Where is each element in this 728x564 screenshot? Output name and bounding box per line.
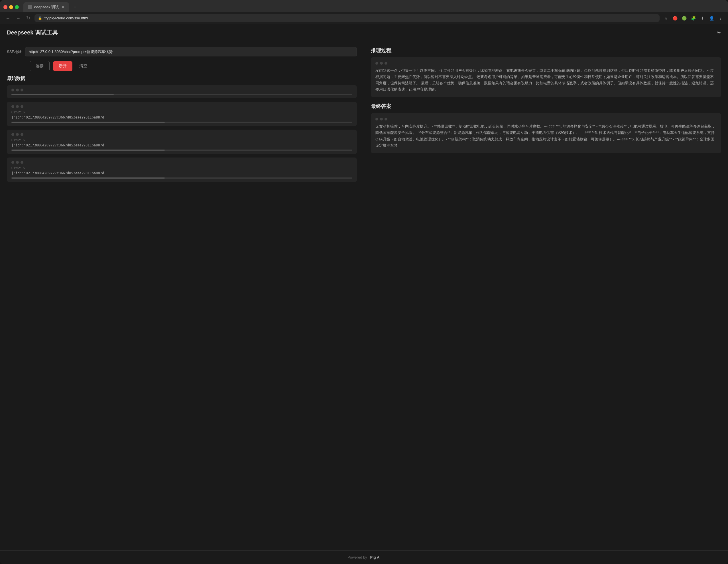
dot-3 — [21, 89, 23, 91]
dot-2 — [16, 161, 19, 164]
dot-3 — [21, 133, 23, 136]
answer-section: 最终答案 无友动机噪首，车内安静度提升。 - **能量回收**：制动时回收电能，… — [371, 103, 721, 153]
profile-icon[interactable]: 👤 — [709, 15, 714, 21]
dot-2 — [16, 89, 19, 91]
timestamp-4: 01:52:16 — [11, 166, 352, 170]
timestamp-3: 01:52:16 — [11, 138, 352, 142]
footer-powered-text: Powered by — [347, 555, 367, 559]
security-icon: 🔒 — [38, 16, 42, 20]
reasoning-section: 推理过程 发想到这一点，但提一下可以更主固。 个过可能用户会有疑问，比如电池寿命… — [371, 47, 721, 97]
reasoning-title: 推理过程 — [371, 47, 721, 54]
extensions-icon[interactable]: 🧩 — [690, 15, 696, 21]
tab-close-button[interactable]: ✕ — [62, 5, 64, 9]
tab-favicon — [28, 5, 32, 9]
dot-a1 — [375, 118, 378, 121]
raw-data-title: 原始数据 — [7, 76, 357, 82]
timestamp-2: 01:52:16 — [11, 110, 352, 114]
data-card-4: 01:52:16 {"id":"021738864289727c3667d853… — [7, 158, 357, 182]
card-progress-4 — [11, 178, 352, 179]
reasoning-text: 发想到这一点，但提一下可以更主固。 个过可能用户会有疑问，比如电池寿命、充电设施… — [375, 68, 717, 93]
new-tab-button[interactable]: + — [71, 3, 79, 11]
dot-3 — [21, 161, 23, 164]
footer-brand: Pig AI — [370, 555, 381, 559]
dot-1 — [11, 89, 14, 91]
dot-r3 — [385, 62, 387, 65]
forward-button[interactable]: → — [15, 15, 22, 22]
card-content-2: {"id":"021738864289727c3667d853eae29011b… — [11, 115, 352, 119]
card-progress-3 — [11, 150, 352, 151]
address-bar[interactable]: 🔒 try.pig4cloud.com/sse.html — [34, 14, 660, 22]
extension-icon-1[interactable]: 🔴 — [672, 15, 678, 21]
browser-tab[interactable]: deepseek 调试 ✕ — [23, 2, 69, 12]
dot-3 — [21, 105, 23, 108]
download-icon[interactable]: ⬇ — [699, 15, 705, 21]
clear-button[interactable]: 清空 — [76, 61, 91, 71]
window-minimize-button[interactable] — [9, 5, 13, 9]
data-card-1 — [7, 85, 357, 98]
dot-1 — [11, 133, 14, 136]
answer-text: 无友动机噪首，车内安静度提升。 - **能量回收**：制动时回收电能，延长续航，… — [375, 123, 717, 148]
card-content-3: {"id":"021738864289727c3667d853eae29011b… — [11, 143, 352, 147]
menu-icon[interactable]: ⋮ — [718, 15, 723, 21]
url-text: try.pig4cloud.com/sse.html — [44, 16, 88, 20]
data-card-3: 01:52:16 {"id":"021738864289727c3667d853… — [7, 130, 357, 154]
disconnect-button[interactable]: 断开 — [53, 61, 72, 71]
footer: Powered by Pig AI — [0, 550, 728, 564]
sse-label: SSE地址 — [7, 49, 22, 54]
card-progress-1 — [11, 94, 352, 95]
bookmark-icon[interactable]: ☆ — [663, 15, 669, 21]
connect-button[interactable]: 连接 — [30, 61, 50, 71]
card-content-4: {"id":"021738864289727c3667d853eae29011b… — [11, 171, 352, 175]
raw-data-section: 原始数据 — [7, 76, 357, 182]
theme-toggle-button[interactable]: ☀ — [717, 30, 721, 36]
window-maximize-button[interactable] — [15, 5, 19, 9]
card-progress-2 — [11, 122, 352, 123]
answer-title: 最终答案 — [371, 103, 721, 110]
app-title: Deepseek 调试工具 — [7, 29, 58, 36]
dot-a2 — [380, 118, 383, 121]
dot-2 — [16, 105, 19, 108]
sse-input[interactable] — [25, 47, 357, 56]
right-panel: 推理过程 发想到这一点，但提一下可以更主固。 个过可能用户会有疑问，比如电池寿命… — [364, 41, 728, 550]
window-close-button[interactable] — [3, 5, 7, 9]
extension-icon-2[interactable]: 🟢 — [681, 15, 687, 21]
dot-r1 — [375, 62, 378, 65]
left-panel: SSE地址 连接 断开 清空 原始数据 — [0, 41, 364, 550]
reload-button[interactable]: ↻ — [25, 14, 31, 22]
dot-1 — [11, 105, 14, 108]
back-button[interactable]: ← — [5, 15, 11, 22]
dot-a3 — [385, 118, 387, 121]
data-card-2: 01:52:16 {"id":"021738864289727c3667d853… — [7, 102, 357, 126]
answer-box: 无友动机噪首，车内安静度提升。 - **能量回收**：制动时回收电能，延长续航，… — [371, 113, 721, 153]
dot-2 — [16, 133, 19, 136]
tab-title: deepseek 调试 — [34, 5, 59, 10]
dot-1 — [11, 161, 14, 164]
reasoning-box: 发想到这一点，但提一下可以更主固。 个过可能用户会有疑问，比如电池寿命、充电设施… — [371, 57, 721, 97]
dot-r2 — [380, 62, 383, 65]
